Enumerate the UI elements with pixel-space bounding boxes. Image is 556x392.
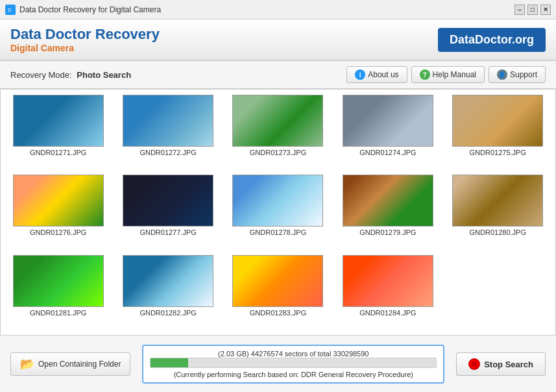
brand-sub-text: Digital Camera xyxy=(10,43,160,53)
photo-thumb-5 xyxy=(452,95,543,147)
photo-label-14: GNDR01284.JPG xyxy=(359,309,416,317)
titlebar: D Data Doctor Recovery for Digital Camer… xyxy=(0,0,556,19)
logo-box: DataDoctor.org xyxy=(438,28,546,52)
photo-label-9: GNDR01279.JPG xyxy=(359,228,416,236)
photo-label-4: GNDR01274.JPG xyxy=(359,149,416,156)
navbar: Recovery Mode: Photo Search i About us ?… xyxy=(0,61,556,89)
photo-item-6[interactable]: GNDR01276.JPG xyxy=(3,172,113,252)
photo-thumb-14 xyxy=(343,255,433,307)
about-us-button[interactable]: i About us xyxy=(346,66,407,83)
close-button[interactable]: ✕ xyxy=(540,5,551,15)
photo-grid-wrapper: GNDR01271.JPGGNDR01272.JPGGNDR01273.JPGG… xyxy=(0,89,556,336)
photo-label-13: GNDR01283.JPG xyxy=(250,309,306,317)
nav-buttons: i About us ? Help Manual 👤 Support xyxy=(346,66,546,83)
stop-search-button[interactable]: Stop Search xyxy=(456,352,546,376)
photo-thumb-6 xyxy=(13,175,104,227)
support-icon: 👤 xyxy=(497,69,507,80)
folder-icon: 📂 xyxy=(20,357,34,371)
photo-label-6: GNDR01276.JPG xyxy=(30,228,86,236)
help-icon: ? xyxy=(420,69,430,80)
photo-item-12[interactable]: GNDR01282.JPG xyxy=(113,252,223,332)
minimize-button[interactable]: – xyxy=(514,5,525,15)
bottom-toolbar: 📂 Open Containing Folder (2.03 GB) 44276… xyxy=(5,338,551,390)
progress-bar-fill xyxy=(151,358,187,367)
photo-label-3: GNDR01273.JPG xyxy=(250,149,306,156)
photo-label-5: GNDR01275.JPG xyxy=(470,149,526,156)
open-folder-button[interactable]: 📂 Open Containing Folder xyxy=(10,352,130,376)
photo-grid: GNDR01271.JPGGNDR01272.JPGGNDR01273.JPGG… xyxy=(1,90,555,335)
photo-item-10[interactable]: GNDR01280.JPG xyxy=(443,172,553,252)
photo-item-8[interactable]: GNDR01278.JPG xyxy=(223,172,333,252)
photo-item-2[interactable]: GNDR01272.JPG xyxy=(113,92,223,172)
stop-inner xyxy=(472,361,477,367)
stop-icon xyxy=(468,358,480,370)
photo-thumb-10 xyxy=(452,175,543,227)
photo-item-11[interactable]: GNDR01281.JPG xyxy=(3,252,113,332)
photo-item-1[interactable]: GNDR01271.JPG xyxy=(3,92,113,172)
progress-bar xyxy=(150,358,437,368)
content-wrapper: GNDR01271.JPGGNDR01272.JPGGNDR01273.JPGG… xyxy=(0,89,556,392)
photo-item-5[interactable]: GNDR01275.JPG xyxy=(443,92,553,172)
photo-item-4[interactable]: GNDR01274.JPG xyxy=(333,92,442,172)
photo-item-13[interactable]: GNDR01283.JPG xyxy=(223,252,333,332)
photo-thumb-9 xyxy=(343,175,433,227)
photo-thumb-3 xyxy=(232,95,323,147)
title-text: Data Doctor Recovery for Digital Camera xyxy=(19,5,514,14)
photo-item-3[interactable]: GNDR01273.JPG xyxy=(223,92,333,172)
photo-thumb-11 xyxy=(13,255,104,307)
photo-thumb-12 xyxy=(123,255,213,307)
help-manual-button[interactable]: ? Help Manual xyxy=(411,66,485,83)
info-icon: i xyxy=(355,69,365,80)
photo-label-8: GNDR01278.JPG xyxy=(250,228,306,236)
photo-label-11: GNDR01281.JPG xyxy=(30,309,86,317)
brand: Data Doctor Recovery Digital Camera xyxy=(10,26,160,53)
header: Data Doctor Recovery Digital Camera Data… xyxy=(0,19,556,61)
recovery-mode-label: Recovery Mode: Photo Search xyxy=(10,70,131,80)
photo-thumb-1 xyxy=(13,95,104,147)
photo-thumb-2 xyxy=(123,95,213,147)
photo-label-1: GNDR01271.JPG xyxy=(30,149,86,156)
photo-label-10: GNDR01280.JPG xyxy=(470,228,526,236)
svg-text:D: D xyxy=(8,7,12,13)
window-controls: – □ ✕ xyxy=(514,5,551,15)
photo-label-7: GNDR01277.JPG xyxy=(139,228,196,236)
app-icon: D xyxy=(5,5,16,15)
photo-thumb-4 xyxy=(343,95,433,147)
support-button[interactable]: 👤 Support xyxy=(489,66,546,83)
photo-label-2: GNDR01272.JPG xyxy=(139,149,196,156)
progress-text: (2.03 GB) 44276574 sectors of total 3302… xyxy=(150,350,437,358)
photo-item-14[interactable]: GNDR01284.JPG xyxy=(333,252,442,332)
bottom-section: 📂 Open Containing Folder (2.03 GB) 44276… xyxy=(0,336,556,392)
photo-thumb-7 xyxy=(123,175,213,227)
photo-item-7[interactable]: GNDR01277.JPG xyxy=(113,172,223,252)
photo-item-9[interactable]: GNDR01279.JPG xyxy=(333,172,442,252)
photo-thumb-8 xyxy=(232,175,323,227)
progress-area: (2.03 GB) 44276574 sectors of total 3302… xyxy=(142,345,444,384)
progress-status: (Currently performing Search based on: D… xyxy=(150,371,437,378)
brand-main-text: Data Doctor Recovery xyxy=(10,26,160,43)
photo-label-12: GNDR01282.JPG xyxy=(139,309,196,317)
maximize-button[interactable]: □ xyxy=(527,5,538,15)
photo-thumb-13 xyxy=(232,255,323,307)
